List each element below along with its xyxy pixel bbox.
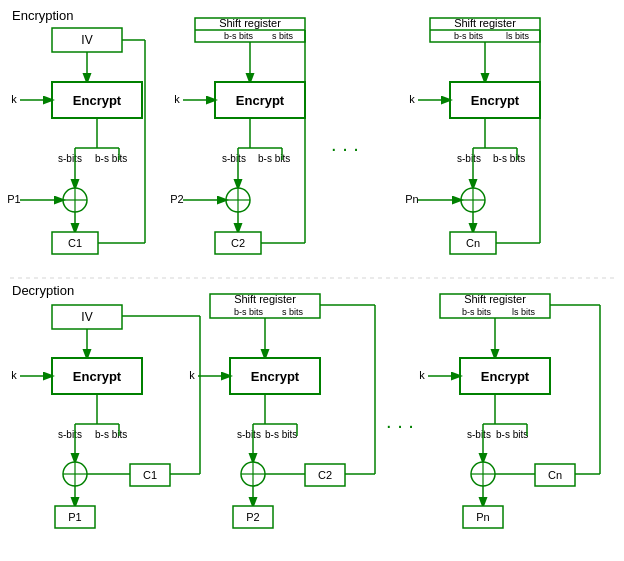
encrypt-label-n: Encrypt: [471, 93, 520, 108]
bsbits-sr-decn: b-s bits: [462, 307, 492, 317]
c1-label: C1: [68, 237, 82, 249]
bsbits-sr-dec2: b-s bits: [234, 307, 264, 317]
encryption-label: Encryption: [12, 8, 73, 23]
sbits-label-enc1: s-bits: [58, 153, 82, 164]
sbits-dec1: s-bits: [58, 429, 82, 440]
bsbits-dec2: b-s bits: [265, 429, 297, 440]
k-label-enc2: k: [174, 93, 180, 105]
bsbits-encn: b-s bits: [493, 153, 525, 164]
dots-dec: · · ·: [386, 414, 414, 436]
sbits-enc2: s-bits: [222, 153, 246, 164]
shift-reg-label-n: Shift register: [454, 17, 516, 29]
sbits-sr-2: s bits: [272, 31, 294, 41]
cn-label-dec: Cn: [548, 469, 562, 481]
dots-enc: · · ·: [331, 137, 359, 159]
p2-label-dec: P2: [246, 511, 259, 523]
bsbits-enc2: b-s bits: [258, 153, 290, 164]
pn-label-dec: Pn: [476, 511, 489, 523]
encrypt-label-dec1: Encrypt: [73, 369, 122, 384]
shift-reg-label-decn: Shift register: [464, 293, 526, 305]
bsbits-decn: b-s bits: [496, 429, 528, 440]
sbits-dec2: s-bits: [237, 429, 261, 440]
sbits-sr-dec2: s bits: [282, 307, 304, 317]
pn-label-enc: Pn: [405, 193, 418, 205]
p2-label: P2: [170, 193, 183, 205]
k-label-dec2: k: [189, 369, 195, 381]
k-label-enc1: k: [11, 93, 17, 105]
bsbits-dec1: b-s bits: [95, 429, 127, 440]
encrypt-label-decn: Encrypt: [481, 369, 530, 384]
p1-label-dec: P1: [68, 511, 81, 523]
c1-label-dec: C1: [143, 469, 157, 481]
sbits-srn: ls bits: [506, 31, 530, 41]
bsbits-sr-2: b-s bits: [224, 31, 254, 41]
shift-reg-label-2: Shift register: [219, 17, 281, 29]
k-label-dec1: k: [11, 369, 17, 381]
k-label-decn: k: [419, 369, 425, 381]
c2-label-dec: C2: [318, 469, 332, 481]
c2-label: C2: [231, 237, 245, 249]
sbits-sr-decn: ls bits: [512, 307, 536, 317]
encrypt-label-2: Encrypt: [236, 93, 285, 108]
sbits-encn: s-bits: [457, 153, 481, 164]
cn-label-enc: Cn: [466, 237, 480, 249]
bsbits-label-enc1: b-s bits: [95, 153, 127, 164]
p1-label-1: P1: [7, 193, 20, 205]
sbits-decn: s-bits: [467, 429, 491, 440]
encrypt-label-1: Encrypt: [73, 93, 122, 108]
iv-label-dec1: IV: [81, 310, 92, 324]
iv-label-1: IV: [81, 33, 92, 47]
decryption-label: Decryption: [12, 283, 74, 298]
shift-reg-label-dec2: Shift register: [234, 293, 296, 305]
encrypt-label-dec2: Encrypt: [251, 369, 300, 384]
bsbits-srn: b-s bits: [454, 31, 484, 41]
k-label-encn: k: [409, 93, 415, 105]
